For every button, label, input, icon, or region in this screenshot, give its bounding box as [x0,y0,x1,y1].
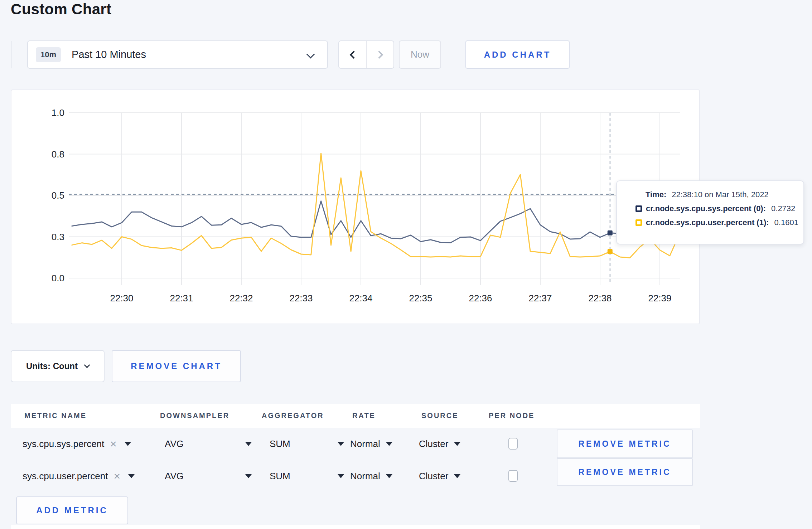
aggregator-value: SUM [270,471,290,482]
svg-text:0.3: 0.3 [52,232,64,242]
add-metric-button[interactable]: ADD METRIC [16,496,128,524]
svg-text:0.5: 0.5 [52,190,64,201]
caret-down-icon [386,442,392,446]
col-header-source: SOURCE [421,404,459,428]
tooltip-series-value: 0.1601 [774,218,798,227]
chevron-down-icon [84,362,90,368]
units-dropdown[interactable]: Units: Count [11,350,105,382]
col-header-per-node: PER NODE [489,404,535,428]
rate-value: Normal [350,471,380,482]
time-scale-badge: 10m [36,47,61,62]
tooltip-series-label: cr.node.sys.cpu.user.percent (1): [646,218,769,227]
metric-name-select[interactable]: sys.cpu.sys.percent × [23,428,131,460]
metric-name-select[interactable]: sys.cpu.user.percent × [23,460,135,492]
table-bottom-strip [11,525,700,529]
rate-select[interactable]: Normal [350,428,392,460]
per-node-checkbox[interactable] [508,438,518,450]
downsampler-select[interactable]: AVG [165,428,252,460]
caret-down-icon [386,474,392,478]
tooltip-series-row: cr.node.sys.cpu.user.percent (1): 0.1601 [635,218,803,227]
per-node-checkbox[interactable] [508,470,518,482]
col-header-metric-name: METRIC NAME [24,404,87,428]
svg-text:22:31: 22:31 [170,293,193,304]
downsampler-value: AVG [165,438,184,450]
tooltip-time-value: 22:38:10 on Mar 15th, 2022 [672,190,768,199]
now-button[interactable]: Now [399,40,441,69]
page-title: Custom Chart [11,1,111,18]
aggregator-select[interactable]: SUM [270,428,344,460]
custom-chart-page: Custom Chart 10m Past 10 Minutes Now ADD… [0,0,812,529]
series-user-swatch-icon [635,219,642,226]
downsampler-select[interactable]: AVG [165,460,252,492]
svg-text:22:34: 22:34 [349,293,372,304]
caret-down-icon [125,442,131,446]
tooltip-series-label: cr.node.sys.cpu.sys.percent (0): [646,204,766,213]
svg-text:0.0: 0.0 [52,273,64,283]
aggregator-value: SUM [270,438,290,450]
metric-name-value: sys.cpu.sys.percent [23,438,104,450]
close-icon[interactable]: × [110,438,117,450]
metrics-table-header: METRIC NAME DOWNSAMPLER AGGREGATOR RATE … [11,404,700,428]
source-select[interactable]: Cluster [419,460,460,492]
next-time-button[interactable] [366,41,393,68]
svg-text:1.0: 1.0 [52,107,64,118]
caret-down-icon [338,442,344,446]
svg-text:22:36: 22:36 [469,293,492,304]
source-value: Cluster [419,438,448,450]
downsampler-value: AVG [165,471,184,482]
add-chart-button[interactable]: ADD CHART [465,40,570,69]
svg-text:22:38: 22:38 [588,293,612,304]
metric-name-value: sys.cpu.user.percent [23,471,108,482]
col-header-rate: RATE [352,404,376,428]
series-sys-swatch-icon [635,205,642,212]
caret-down-icon [128,474,135,478]
col-header-downsampler: DOWNSAMPLER [160,404,229,428]
svg-text:22:39: 22:39 [648,293,671,304]
svg-text:22:37: 22:37 [528,293,552,304]
source-value: Cluster [419,471,448,482]
remove-chart-button[interactable]: REMOVE CHART [112,350,241,382]
remove-metric-button[interactable]: REMOVE METRIC [557,458,693,486]
tooltip-time-row: Time: 22:38:10 on Mar 15th, 2022 [646,190,803,199]
tooltip-time-label: Time: [646,190,666,199]
prev-time-button[interactable] [339,41,366,68]
caret-down-icon [454,474,460,478]
time-range-dropdown[interactable]: 10m Past 10 Minutes [27,40,328,69]
svg-text:22:32: 22:32 [229,293,253,304]
rate-value: Normal [350,438,380,450]
caret-down-icon [245,442,252,446]
svg-text:22:33: 22:33 [289,293,313,304]
caret-down-icon [454,442,460,446]
tooltip-series-row: cr.node.sys.cpu.sys.percent (0): 0.2732 [635,204,803,213]
col-header-aggregator: AGGREGATOR [262,404,324,428]
source-select[interactable]: Cluster [419,428,460,460]
chart-card: 0.00.30.50.81.022:3022:3122:3222:3322:34… [11,89,700,324]
chart-tooltip: Time: 22:38:10 on Mar 15th, 2022 cr.node… [616,180,804,244]
svg-text:0.8: 0.8 [52,149,64,160]
chevron-down-icon [306,50,315,58]
aggregator-select[interactable]: SUM [270,460,344,492]
close-icon[interactable]: × [113,470,120,482]
caret-down-icon [245,474,252,478]
svg-text:22:30: 22:30 [110,293,133,304]
time-nav-group [338,40,394,69]
units-label: Units: Count [26,361,78,371]
tooltip-series-value: 0.2732 [771,204,795,213]
chevron-left-icon [349,50,358,59]
svg-text:22:35: 22:35 [409,293,432,304]
chevron-right-icon [375,50,383,59]
toolbar-divider [11,41,11,68]
rate-select[interactable]: Normal [350,460,392,492]
remove-metric-button[interactable]: REMOVE METRIC [557,429,693,458]
time-range-label: Past 10 Minutes [72,49,146,60]
chart-svg[interactable]: 0.00.30.50.81.022:3022:3122:3222:3322:34… [11,89,700,324]
caret-down-icon [338,474,344,478]
